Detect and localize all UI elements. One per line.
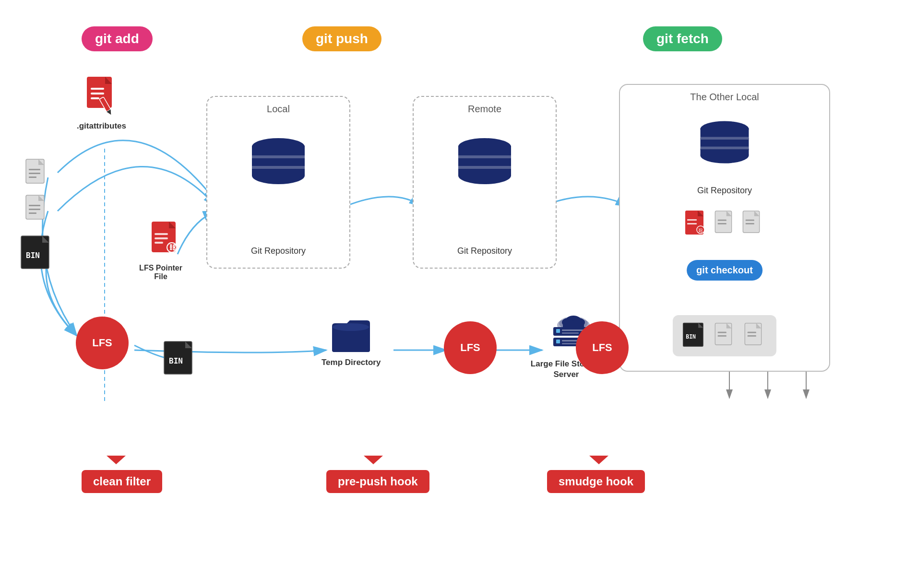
git-push-badge: git push: [302, 26, 381, 51]
svg-rect-56: [701, 147, 749, 150]
svg-rect-22: [29, 212, 36, 214]
local-repo-box: Local Git Repository: [206, 96, 350, 269]
remote-label: Remote: [468, 104, 501, 115]
local-label: Local: [267, 104, 290, 115]
svg-rect-15: [29, 169, 40, 170]
svg-rect-8: [91, 88, 104, 90]
svg-rect-48: [458, 155, 511, 158]
lfs-circle-middle: LFS: [444, 321, 497, 374]
svg-text:⛓: ⛓: [169, 244, 176, 251]
svg-rect-16: [29, 173, 40, 174]
svg-text:BIN: BIN: [169, 356, 183, 365]
pre-push-arrow: [364, 435, 383, 466]
svg-rect-30: [155, 242, 163, 244]
svg-rect-21: [29, 209, 40, 210]
svg-marker-99: [107, 435, 126, 464]
svg-text:BIN: BIN: [686, 334, 696, 341]
svg-marker-101: [589, 435, 608, 464]
local-git-repo-label: Git Repository: [251, 246, 306, 256]
clean-filter-arrow: [107, 435, 126, 466]
svg-rect-92: [556, 340, 560, 343]
svg-rect-10: [91, 97, 99, 99]
checkout-output-cluster: BIN: [673, 315, 776, 356]
temp-dir-group: Temp Directory: [322, 317, 381, 367]
file-icon-1: [25, 158, 50, 190]
gitattributes-icon: [82, 74, 120, 118]
other-local-label: The Other Local: [690, 92, 759, 103]
svg-rect-55: [701, 137, 749, 140]
svg-rect-80: [748, 332, 756, 333]
remote-db-icon: [451, 135, 518, 195]
svg-rect-42: [252, 166, 305, 169]
svg-rect-28: [155, 233, 168, 235]
git-add-badge: git add: [82, 26, 153, 51]
file-icon-2: [25, 194, 50, 226]
svg-rect-9: [91, 93, 104, 94]
remote-repo-box: Remote Git Repository: [413, 96, 557, 269]
smudge-hook-badge: smudge hook: [547, 470, 645, 493]
svg-rect-49: [458, 166, 511, 169]
svg-rect-77: [718, 335, 726, 337]
svg-point-54: [701, 148, 749, 164]
lfs-pointer-icon: ⛓: [150, 221, 184, 260]
pre-push-badge: pre-push hook: [326, 470, 429, 493]
svg-rect-20: [29, 205, 40, 206]
smudge-arrow: [589, 435, 608, 466]
lfs-pointer-group: ⛓ LFS Pointer File: [144, 221, 190, 281]
svg-point-47: [458, 167, 511, 184]
svg-rect-81: [748, 335, 756, 337]
svg-rect-76: [718, 332, 726, 333]
svg-marker-100: [364, 435, 383, 464]
svg-rect-59: [687, 219, 697, 221]
svg-rect-98: [563, 321, 584, 327]
svg-rect-41: [252, 155, 305, 158]
other-local-repo-box: The Other Local Git Repository: [619, 84, 830, 372]
bin-file-icon-left: BIN: [20, 235, 55, 274]
lfs-circle-right: LFS: [576, 321, 629, 374]
svg-rect-69: [746, 220, 754, 221]
bin-file-output: BIN: [163, 341, 198, 380]
git-fetch-badge: git fetch: [643, 26, 722, 51]
svg-rect-65: [718, 220, 726, 221]
svg-point-83: [333, 323, 369, 331]
svg-text:BIN: BIN: [26, 251, 40, 260]
svg-rect-70: [746, 223, 754, 224]
svg-rect-60: [687, 223, 697, 224]
diagram-container: git add git push git fetch .gitattribute…: [0, 0, 917, 588]
clean-filter-badge: clean filter: [82, 470, 162, 493]
other-local-git-repo-label: Git Repository: [697, 186, 752, 196]
svg-rect-88: [556, 329, 560, 333]
svg-rect-90: [562, 332, 579, 334]
lfs-circle-left: LFS: [76, 317, 129, 369]
other-local-file-cluster: ⛓: [684, 210, 765, 237]
remote-git-repo-label: Git Repository: [457, 246, 512, 256]
svg-rect-17: [29, 176, 36, 178]
local-db-icon: [245, 135, 312, 195]
svg-point-40: [252, 167, 305, 184]
gitattributes-group: .gitattributes: [77, 74, 126, 131]
lfs-pointer-label: LFS Pointer File: [132, 264, 190, 281]
svg-rect-29: [155, 237, 168, 239]
svg-rect-66: [718, 223, 726, 224]
git-checkout-badge: git checkout: [687, 260, 762, 281]
svg-text:⛓: ⛓: [698, 228, 703, 233]
temp-dir-icon: [330, 317, 373, 354]
temp-dir-label: Temp Directory: [322, 358, 381, 367]
other-local-db-icon: [693, 118, 756, 173]
gitattributes-label: .gitattributes: [77, 121, 126, 131]
